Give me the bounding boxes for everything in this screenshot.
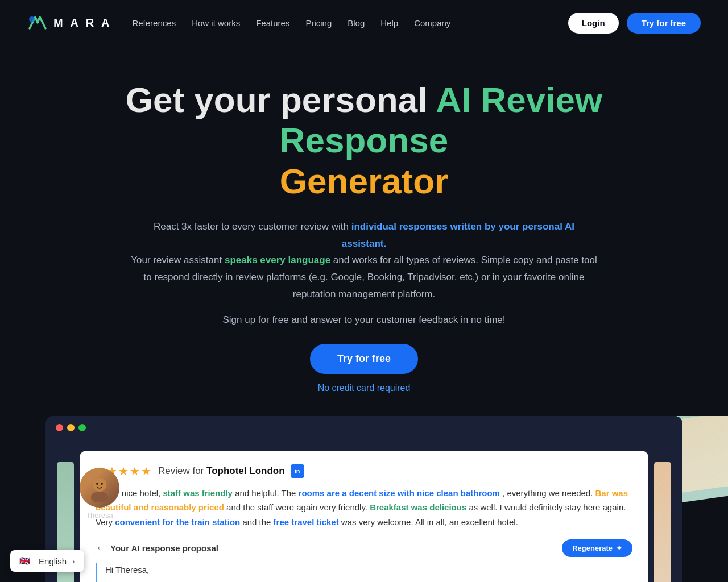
svg-point-4	[101, 483, 103, 485]
avatar-image	[85, 473, 114, 502]
ai-response-header: ← Your AI response proposal Regenerate ✦	[96, 539, 632, 557]
hero-title-plain: Get your personal	[126, 80, 428, 119]
review-hl5: convenient for the train station	[115, 517, 240, 527]
hero-title-highlight-orange: Generator	[280, 161, 448, 201]
sparkle-icon: ✦	[616, 544, 622, 552]
hero-sub1-plain: React 3x faster to every customer review…	[154, 221, 349, 232]
ai-response-line1: Hi Theresa,	[105, 563, 632, 577]
window-dot-red	[56, 424, 63, 431]
navbar: M A R A References How it works Features…	[0, 0, 728, 45]
app-window: Theresa ★★★★★ Review for Tophotel London…	[46, 416, 682, 582]
review-hl4: Breakfast was delicious	[370, 502, 466, 512]
chevron-right-icon: ›	[72, 557, 75, 566]
side-accent-right	[654, 462, 671, 582]
nav-left: M A R A References How it works Features…	[27, 13, 450, 33]
avatar	[80, 468, 119, 508]
review-hl6: free travel ticket	[274, 517, 339, 527]
review-for-text: Review for	[158, 465, 204, 476]
hero-sub2-plain1: Your review assistant	[131, 255, 222, 265]
hotel-name: Tophotel London	[206, 465, 285, 476]
ai-response-label: ← Your AI response proposal	[96, 542, 218, 554]
regenerate-label: Regenerate	[572, 544, 613, 552]
logo[interactable]: M A R A	[27, 13, 111, 33]
review-text-4: and the staff were again very friendly.	[226, 502, 367, 512]
try-free-hero-button[interactable]: Try for free	[310, 344, 418, 374]
hero-sub2-link: speaks every language	[225, 255, 330, 265]
hotel-badge-icon: in	[291, 464, 304, 478]
hero-title: Get your personal AI Review Response Gen…	[97, 80, 631, 201]
review-card: ★★★★★ Review for Tophotel London in Real…	[80, 451, 648, 582]
review-body: Really nice hotel, staff was friendly an…	[96, 486, 632, 530]
window-dot-green-btn	[78, 424, 86, 431]
svg-point-3	[96, 483, 98, 485]
window-dot-yellow	[67, 424, 75, 431]
ai-label-text: Your AI response proposal	[110, 543, 218, 553]
hero-sub-1: React 3x faster to every customer review…	[131, 218, 597, 303]
nav-link-references[interactable]: References	[132, 18, 176, 28]
hero-signup-text: Sign up for free and answer to your cust…	[97, 314, 631, 326]
nav-link-blog[interactable]: Blog	[348, 18, 365, 28]
review-text-6: and the	[242, 517, 271, 527]
login-button[interactable]: Login	[568, 13, 619, 34]
demo-section: Theresa ★★★★★ Review for Tophotel London…	[0, 416, 728, 582]
nav-link-how-it-works[interactable]: How it works	[192, 18, 240, 28]
language-label: English	[39, 556, 67, 566]
regenerate-button[interactable]: Regenerate ✦	[562, 539, 632, 557]
window-titlebar	[46, 416, 682, 439]
hero-section: Get your personal AI Review Response Gen…	[51, 45, 677, 393]
review-text-2: and helpful. The	[235, 488, 296, 498]
avatar-name: Theresa	[86, 511, 113, 519]
review-text-3: , everything we needed.	[502, 488, 593, 498]
nav-link-company[interactable]: Company	[414, 18, 450, 28]
svg-point-1	[93, 478, 106, 492]
hero-sub1-link: individual responses written by your per…	[342, 221, 574, 249]
avatar-container: Theresa	[80, 468, 119, 519]
svg-point-2	[91, 492, 108, 502]
review-wrapper: Theresa ★★★★★ Review for Tophotel London…	[46, 439, 682, 582]
svg-point-0	[29, 16, 35, 22]
language-selector[interactable]: 🇬🇧 English ›	[10, 550, 84, 572]
ai-response-text: Hi Theresa, Thank you so much for your k…	[96, 563, 632, 582]
nav-link-features[interactable]: Features	[256, 18, 289, 28]
nav-link-help[interactable]: Help	[380, 18, 398, 28]
review-text-7: was very welcome. All in all, an excelle…	[341, 517, 518, 527]
no-credit-text: No credit card required	[318, 383, 411, 393]
nav-link-pricing[interactable]: Pricing	[305, 18, 332, 28]
nav-links: References How it works Features Pricing…	[132, 18, 450, 28]
logo-text: M A R A	[53, 16, 111, 30]
flag-icon: 🇬🇧	[19, 556, 33, 566]
arrow-left-icon: ←	[96, 542, 106, 554]
logo-icon	[27, 13, 48, 33]
review-hl2: rooms are a decent size with nice clean …	[299, 488, 500, 498]
review-hl1: staff was friendly	[163, 488, 233, 498]
try-free-nav-button[interactable]: Try for free	[627, 13, 701, 34]
review-for-label: Review for Tophotel London	[158, 465, 285, 477]
nav-right: Login Try for free	[568, 13, 701, 34]
review-header: ★★★★★ Review for Tophotel London in	[96, 464, 632, 478]
